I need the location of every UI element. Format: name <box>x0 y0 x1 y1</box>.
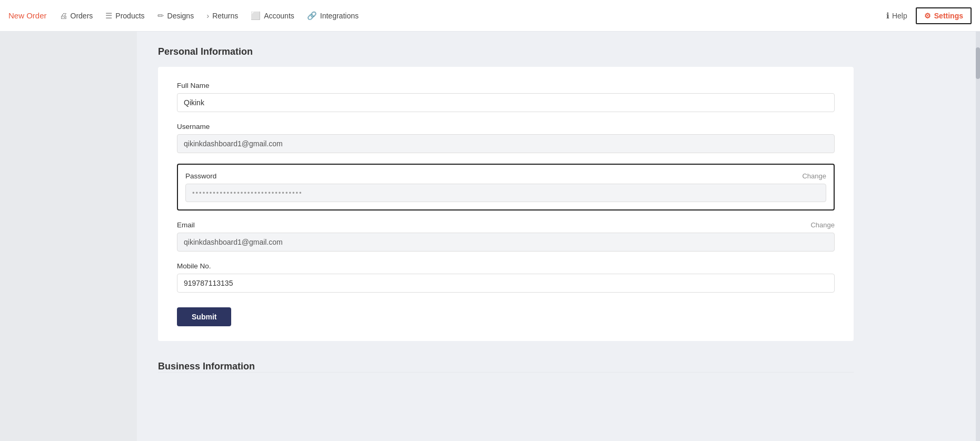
orders-label: Orders <box>71 12 93 20</box>
mobile-label: Mobile No. <box>177 262 211 270</box>
returns-icon: › <box>206 11 209 20</box>
scrollbar-thumb[interactable] <box>976 47 980 79</box>
nav-right: ℹ Help ⚙ Settings <box>886 7 972 24</box>
nav-integrations[interactable]: 🔗 Integrations <box>307 11 359 21</box>
page-layout: Personal Information Full Name Username … <box>0 32 980 441</box>
sidebar <box>0 32 137 441</box>
integrations-label: Integrations <box>320 12 359 20</box>
password-label: Password <box>185 172 216 180</box>
nav-products[interactable]: ☰ Products <box>105 11 144 21</box>
integrations-icon: 🔗 <box>307 11 317 21</box>
full-name-label: Full Name <box>177 82 210 89</box>
username-label-row: Username <box>177 123 835 131</box>
full-name-input[interactable] <box>177 93 835 112</box>
nav-left: New Order 🖨 Orders ☰ Products ✏ Designs … <box>8 11 886 21</box>
settings-link[interactable]: ⚙ Settings <box>916 7 972 24</box>
password-input[interactable] <box>185 184 826 202</box>
right-panel <box>875 32 980 441</box>
nav-orders[interactable]: 🖨 Orders <box>60 11 93 20</box>
scrollbar-track[interactable] <box>976 32 980 441</box>
orders-icon: 🖨 <box>60 11 67 20</box>
password-section: Password Change <box>177 164 835 211</box>
nav-returns[interactable]: › Returns <box>206 11 238 20</box>
designs-icon: ✏ <box>157 11 164 21</box>
top-navigation: New Order 🖨 Orders ☰ Products ✏ Designs … <box>0 0 980 32</box>
mobile-input[interactable] <box>177 274 835 293</box>
mobile-label-row: Mobile No. <box>177 262 835 270</box>
submit-button[interactable]: Submit <box>177 307 231 326</box>
email-label: Email <box>177 221 195 229</box>
returns-label: Returns <box>212 12 238 20</box>
password-label-row: Password Change <box>185 172 826 180</box>
help-link[interactable]: ℹ Help <box>886 11 907 21</box>
email-change-link[interactable]: Change <box>810 221 835 229</box>
new-order-link[interactable]: New Order <box>8 11 47 20</box>
email-group: Email Change <box>177 221 835 252</box>
accounts-icon: ⬜ <box>251 11 261 21</box>
business-divider <box>158 372 854 373</box>
business-info-title: Business Information <box>158 356 854 372</box>
settings-icon: ⚙ <box>924 12 931 20</box>
products-label: Products <box>115 12 144 20</box>
settings-label: Settings <box>934 12 963 20</box>
password-change-link[interactable]: Change <box>802 172 826 180</box>
nav-designs[interactable]: ✏ Designs <box>157 11 194 21</box>
email-label-row: Email Change <box>177 221 835 229</box>
username-input <box>177 134 835 153</box>
main-content: Personal Information Full Name Username … <box>137 32 875 441</box>
email-input <box>177 233 835 252</box>
full-name-label-row: Full Name <box>177 82 835 89</box>
accounts-label: Accounts <box>264 12 294 20</box>
designs-label: Designs <box>167 12 194 20</box>
personal-info-card: Full Name Username Password Change <box>158 67 854 341</box>
username-group: Username <box>177 123 835 153</box>
full-name-group: Full Name <box>177 82 835 112</box>
username-label: Username <box>177 123 210 131</box>
mobile-group: Mobile No. <box>177 262 835 293</box>
help-label: Help <box>892 12 907 20</box>
nav-accounts[interactable]: ⬜ Accounts <box>251 11 294 21</box>
products-icon: ☰ <box>105 11 112 21</box>
personal-info-title: Personal Information <box>158 46 854 57</box>
help-icon: ℹ <box>886 11 889 21</box>
